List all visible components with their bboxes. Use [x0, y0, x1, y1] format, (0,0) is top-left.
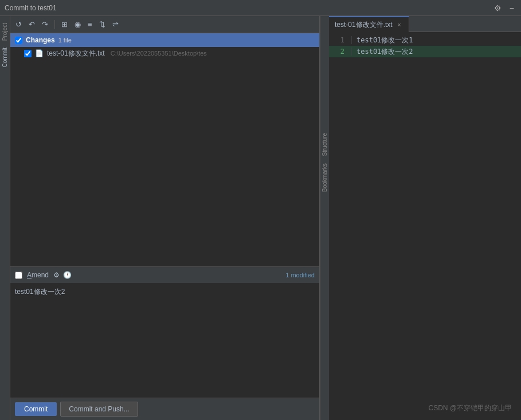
commit-and-push-button[interactable]: Commit and Push... [60, 402, 138, 417]
group-button[interactable]: ⊞ [60, 19, 69, 30]
main-layout: Project Commit ↺ ↶ ↷ ⊞ ◉ ≡ ⇅ ⇌ Changes 1… [0, 16, 521, 420]
sidebar-item-project[interactable]: Project [1, 21, 9, 43]
toolbar-separator-1 [54, 20, 55, 29]
commit-panel: ↺ ↶ ↷ ⊞ ◉ ≡ ⇅ ⇌ Changes 1 file 📄 test-01… [10, 16, 320, 420]
file-tab-name: test-01修改文件.txt [335, 20, 393, 30]
amend-settings-icon[interactable]: ⚙ [53, 271, 60, 279]
amend-bar: Amend ⚙ 🕐 1 modified [10, 267, 319, 283]
changes-header: Changes 1 file [10, 33, 319, 47]
refresh-button[interactable]: ↺ [14, 19, 23, 30]
code-line-1: 1 test01修改一次1 [329, 34, 521, 46]
commit-bottom: Amend ⚙ 🕐 1 modified test01修改一次2 Commit … [10, 266, 319, 420]
sidebar-item-structure[interactable]: Structure [320, 131, 329, 159]
undo-button[interactable]: ↶ [27, 19, 37, 30]
file-name: test-01修改文件.txt [47, 49, 105, 58]
modified-count: 1 modified [285, 272, 315, 278]
file-tab-active[interactable]: test-01修改文件.txt × [329, 16, 409, 32]
amend-underline-letter: A [27, 271, 32, 279]
watermark: CSDN @不穿铠甲的穿山甲 [428, 403, 512, 413]
code-view: 1 test01修改一次1 2 test01修改一次2 [329, 32, 521, 420]
toolbar: ↺ ↶ ↷ ⊞ ◉ ≡ ⇅ ⇌ [10, 16, 319, 33]
tab-close-icon[interactable]: × [396, 21, 403, 29]
amend-history-icon[interactable]: 🕐 [63, 271, 72, 279]
line-content-2: test01修改一次2 [357, 47, 413, 57]
file-path: C:\Users\2022055351\Desktop\tes [111, 50, 207, 57]
changes-select-all-checkbox[interactable] [15, 37, 22, 44]
right-sidebar-labels: Structure Bookmarks [320, 16, 329, 420]
line-number-2: 2 [329, 48, 352, 56]
settings-icon[interactable]: ⚙ [492, 2, 504, 14]
file-checkbox[interactable] [24, 50, 32, 57]
file-list: 📄 test-01修改文件.txt C:\Users\2022055351\De… [10, 47, 319, 266]
line-content-1: test01修改一次1 [357, 36, 413, 45]
view-button[interactable]: ≡ [86, 19, 94, 30]
title-text: Commit to test01 [5, 4, 57, 12]
minimize-icon[interactable]: − [507, 2, 516, 14]
amend-label: Amend [27, 271, 49, 279]
file-icon: 📄 [35, 49, 44, 57]
left-sidebar: Project Commit [0, 16, 10, 420]
title-bar: Commit to test01 ⚙ − [0, 0, 521, 16]
sidebar-item-bookmarks[interactable]: Bookmarks [320, 161, 329, 194]
file-view: test-01修改文件.txt × 1 test01修改一次1 2 test01… [329, 16, 521, 420]
expand-button[interactable]: ◉ [73, 19, 83, 30]
file-item[interactable]: 📄 test-01修改文件.txt C:\Users\2022055351\De… [10, 47, 319, 60]
code-line-2: 2 test01修改一次2 [329, 46, 521, 57]
sort-button[interactable]: ⇅ [97, 19, 107, 30]
file-tabs: test-01修改文件.txt × [329, 16, 521, 32]
changes-title: Changes [26, 36, 55, 44]
commit-message-area[interactable]: test01修改一次2 [10, 283, 319, 398]
redo-button[interactable]: ↷ [40, 19, 50, 30]
compare-button[interactable]: ⇌ [111, 19, 120, 30]
line-number-1: 1 [329, 36, 352, 44]
commit-button[interactable]: Commit [15, 402, 57, 416]
action-buttons: Commit Commit and Push... [10, 398, 319, 420]
commit-message-text: test01修改一次2 [15, 286, 315, 297]
amend-checkbox[interactable] [15, 272, 22, 279]
sidebar-item-commit[interactable]: Commit [1, 45, 9, 69]
changes-file-count: 1 file [58, 37, 72, 44]
